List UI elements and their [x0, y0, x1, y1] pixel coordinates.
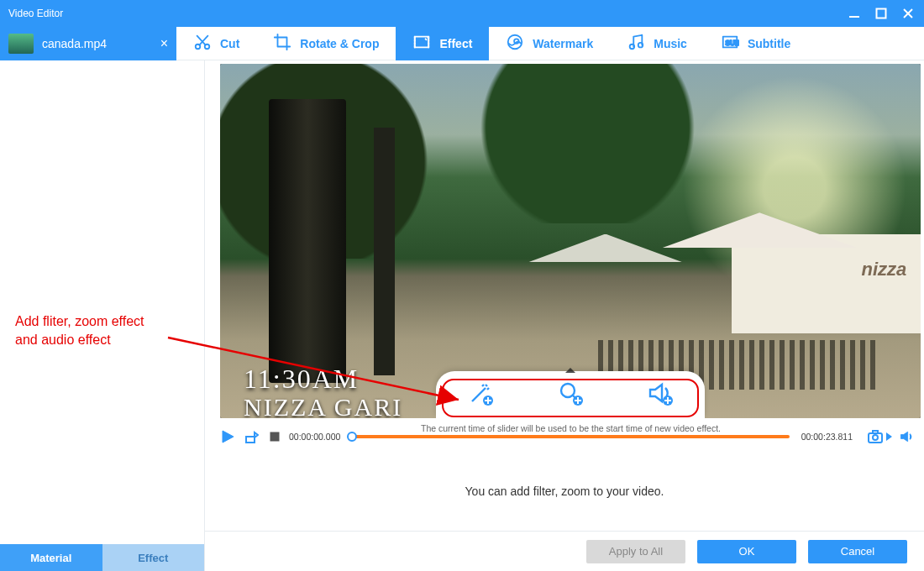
play-button[interactable] — [218, 427, 237, 446]
lower-panel: You can add filter, zoom to your video. … — [205, 452, 924, 571]
cancel-button[interactable]: Cancel — [808, 540, 907, 563]
tab-watermark[interactable]: Watermark — [489, 27, 610, 60]
tab-rotate-crop[interactable]: Rotate & Crop — [256, 27, 396, 60]
file-tab[interactable]: canada.mp4 × — [0, 27, 176, 60]
svg-rect-31 — [246, 437, 255, 443]
button-bar: Apply to All OK Cancel — [205, 531, 924, 571]
ok-button[interactable]: OK — [697, 540, 796, 563]
close-window-button[interactable] — [902, 8, 914, 19]
transport-bar: 00:00:00.000 The current time of slider … — [205, 422, 924, 452]
annotation-line1: Add fliter, zoom effect — [15, 314, 144, 328]
overlay-time-text: 11:30AM — [244, 364, 359, 395]
main-area: Add fliter, zoom effect and audio effect… — [0, 60, 924, 571]
tab-subtitle[interactable]: SUB Subtitle — [704, 27, 807, 60]
window-title: Video Editor — [8, 8, 848, 19]
svg-marker-30 — [223, 431, 234, 443]
timecode-end: 00:00:23.811 — [801, 432, 853, 442]
svg-rect-8 — [415, 37, 429, 48]
volume-plus-icon — [647, 380, 674, 410]
file-name: canada.mp4 — [42, 37, 152, 50]
tab-effect[interactable]: Effect — [396, 27, 489, 60]
timecode-start: 00:00:00.000 — [289, 432, 340, 442]
svg-point-34 — [873, 435, 878, 440]
sidebar: Add fliter, zoom effect and audio effect… — [0, 60, 205, 571]
add-filter-button[interactable] — [464, 378, 497, 411]
subtitle-icon: SUB — [721, 33, 739, 54]
timeline-slider-wrap: The current time of slider will be used … — [352, 435, 789, 438]
tab-label: Subtitle — [748, 37, 790, 50]
snapshot-controls — [866, 427, 916, 446]
close-file-icon[interactable]: × — [160, 36, 168, 51]
tab-label: Music — [654, 37, 687, 50]
volume-button[interactable] — [897, 427, 916, 446]
svg-rect-1 — [877, 9, 886, 18]
apply-to-all-button: Apply to All — [586, 540, 685, 563]
snapshot-dropdown-icon[interactable] — [886, 432, 892, 441]
tab-label: Watermark — [533, 37, 593, 50]
file-thumbnail — [8, 34, 34, 54]
svg-point-13 — [630, 45, 635, 50]
add-audio-effect-button[interactable] — [643, 378, 677, 411]
minimize-button[interactable] — [848, 8, 860, 19]
tab-label: Effect — [439, 37, 472, 50]
preview-wrap: nizza 11:30AM NIZZA GARI — [205, 60, 924, 422]
timeline-handle[interactable] — [347, 432, 357, 442]
svg-point-21 — [561, 384, 575, 397]
music-icon — [627, 33, 645, 54]
tab-strip: canada.mp4 × Cut Rotate & Crop Effect — [0, 27, 924, 60]
crop-icon — [273, 33, 291, 54]
add-zoom-button[interactable] — [554, 378, 587, 411]
svg-point-14 — [638, 43, 643, 47]
annotation-text: Add fliter, zoom effect and audio effect — [15, 312, 144, 348]
step-button[interactable] — [242, 427, 260, 446]
tab-label: Rotate & Crop — [300, 37, 379, 50]
timeline-slider[interactable] — [352, 435, 789, 438]
svg-text:SUB: SUB — [725, 39, 739, 47]
annotation-line2: and audio effect — [15, 333, 111, 347]
sidebar-tab-effect[interactable]: Effect — [102, 544, 205, 571]
tab-music[interactable]: Music — [610, 27, 704, 60]
maximize-button[interactable] — [875, 8, 887, 19]
tab-cut[interactable]: Cut — [176, 27, 256, 60]
effect-tool-popup — [436, 371, 705, 418]
snapshot-button[interactable] — [866, 427, 885, 446]
magic-wand-plus-icon — [467, 380, 494, 410]
sidebar-body: Add fliter, zoom effect and audio effect — [0, 60, 204, 544]
zoom-plus-icon — [557, 380, 584, 410]
slider-hint-text: The current time of slider will be used … — [352, 423, 789, 433]
content-area: nizza 11:30AM NIZZA GARI — [205, 60, 924, 571]
effect-icon — [412, 33, 431, 54]
video-preview[interactable]: nizza 11:30AM NIZZA GARI — [220, 64, 921, 418]
tab-label: Cut — [220, 37, 239, 50]
svg-rect-35 — [873, 431, 878, 433]
hint-text: You can add filter, zoom to your video. — [205, 452, 924, 531]
watermark-icon — [506, 33, 524, 54]
title-bar: Video Editor — [0, 0, 924, 27]
svg-rect-32 — [270, 432, 279, 441]
sidebar-tabs: Material Effect — [0, 544, 204, 571]
building-sign: nizza — [862, 259, 907, 280]
stop-button[interactable] — [265, 427, 284, 446]
tool-tabs: Cut Rotate & Crop Effect Watermark Music — [176, 27, 924, 60]
window-controls — [848, 8, 914, 19]
overlay-place-text: NIZZA GARI — [244, 393, 402, 418]
sidebar-tab-material[interactable]: Material — [0, 544, 102, 571]
cut-icon — [193, 33, 212, 54]
